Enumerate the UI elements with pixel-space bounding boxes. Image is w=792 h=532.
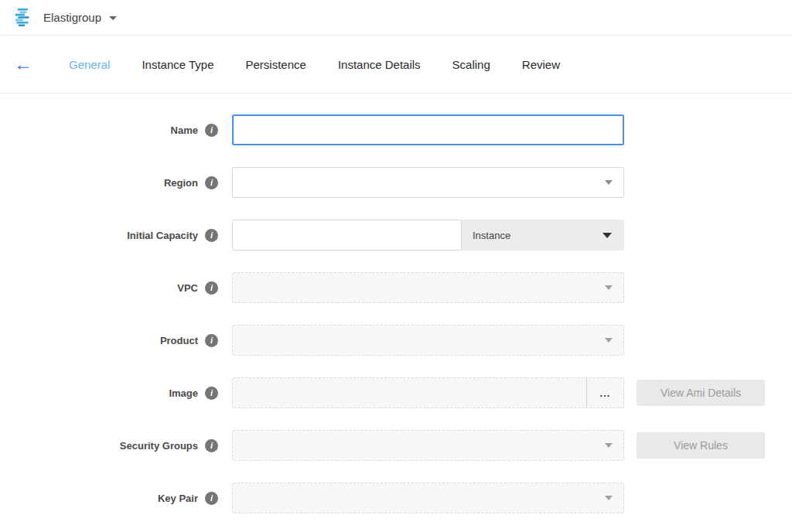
security-groups-select bbox=[232, 430, 624, 461]
info-icon[interactable]: i bbox=[205, 439, 218, 452]
security-groups-label: Security Groups bbox=[120, 440, 198, 452]
info-icon[interactable]: i bbox=[205, 176, 218, 189]
image-picker: ... bbox=[232, 377, 624, 408]
dropdown-caret-icon bbox=[605, 496, 613, 500]
tab-persistence[interactable]: Persistence bbox=[246, 58, 306, 71]
info-icon[interactable]: i bbox=[205, 281, 218, 295]
vpc-label: VPC bbox=[177, 282, 198, 294]
form-row-product: Product i bbox=[0, 325, 792, 356]
dropdown-caret-icon bbox=[603, 233, 612, 238]
tab-scaling[interactable]: Scaling bbox=[452, 58, 490, 71]
form-row-key-pair: Key Pair i bbox=[0, 483, 792, 513]
form-row-image: Image i ... View Ami Details bbox=[0, 377, 792, 408]
info-icon[interactable]: i bbox=[205, 492, 218, 505]
elastigroup-logo-icon bbox=[12, 9, 33, 26]
product-label: Product bbox=[160, 335, 198, 346]
form-row-security-groups: Security Groups i View Rules bbox=[0, 430, 792, 461]
info-icon[interactable]: i bbox=[205, 334, 218, 347]
image-picker-value bbox=[233, 378, 586, 408]
name-input[interactable] bbox=[232, 114, 624, 145]
image-label: Image bbox=[169, 387, 198, 399]
dropdown-caret-icon bbox=[605, 443, 613, 448]
initial-capacity-input[interactable] bbox=[232, 220, 462, 251]
tab-general[interactable]: General bbox=[69, 58, 110, 71]
info-icon[interactable]: i bbox=[205, 229, 218, 242]
dropdown-caret-icon bbox=[605, 285, 613, 290]
region-select[interactable] bbox=[232, 167, 624, 198]
info-icon[interactable]: i bbox=[205, 124, 218, 137]
vpc-select bbox=[232, 272, 624, 303]
name-label: Name bbox=[171, 124, 198, 136]
form-row-region: Region i bbox=[0, 167, 792, 198]
view-ami-details-button: View Ami Details bbox=[637, 380, 765, 406]
tab-review[interactable]: Review bbox=[522, 58, 560, 71]
capacity-unit-value: Instance bbox=[473, 230, 510, 241]
initial-capacity-label: Initial Capacity bbox=[127, 230, 198, 241]
back-arrow-icon[interactable]: ← bbox=[14, 55, 37, 73]
key-pair-select bbox=[232, 483, 624, 513]
product-name: Elastigroup bbox=[43, 11, 101, 24]
dropdown-caret-icon bbox=[605, 338, 613, 343]
key-pair-label: Key Pair bbox=[158, 493, 198, 504]
region-label: Region bbox=[164, 177, 198, 189]
product-select bbox=[232, 325, 624, 356]
product-switcher[interactable]: Elastigroup bbox=[43, 11, 117, 24]
chevron-down-icon bbox=[109, 16, 117, 20]
info-icon[interactable]: i bbox=[205, 387, 218, 400]
tab-instance-type[interactable]: Instance Type bbox=[142, 58, 213, 71]
top-bar: Elastigroup bbox=[0, 0, 792, 36]
image-browse-button: ... bbox=[586, 378, 623, 408]
wizard-tab-bar: ← General Instance Type Persistence Inst… bbox=[0, 36, 792, 94]
form-row-vpc: VPC i bbox=[0, 272, 792, 303]
general-form: Name i Region i Initial Capacity i Inst bbox=[0, 94, 792, 513]
tab-instance-details[interactable]: Instance Details bbox=[338, 58, 421, 71]
form-row-initial-capacity: Initial Capacity i Instance bbox=[0, 220, 792, 251]
view-rules-button: View Rules bbox=[637, 432, 765, 459]
ellipsis-icon: ... bbox=[600, 387, 611, 399]
capacity-unit-select[interactable]: Instance bbox=[462, 220, 624, 251]
wizard-tabs: General Instance Type Persistence Instan… bbox=[69, 58, 560, 71]
dropdown-caret-icon bbox=[605, 180, 613, 185]
form-row-name: Name i bbox=[0, 114, 792, 145]
